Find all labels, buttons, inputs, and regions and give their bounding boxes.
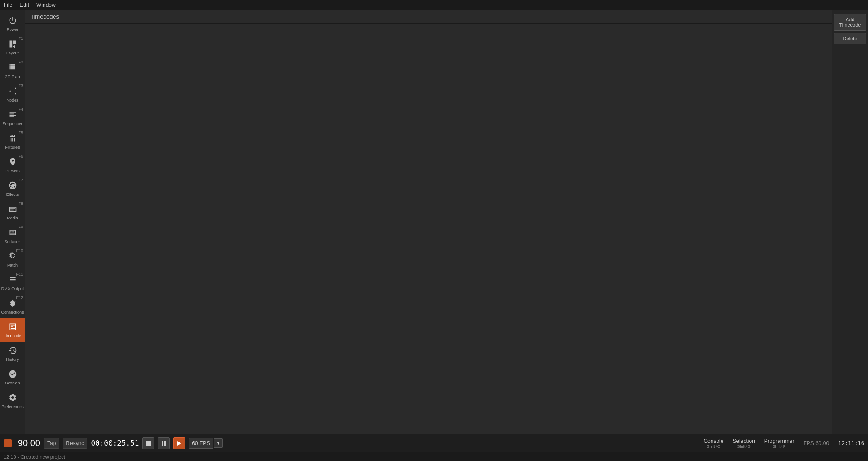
2dplan-icon <box>8 63 17 73</box>
sidebar-item-effects[interactable]: F7 Effects <box>0 177 25 200</box>
sidebar-item-timecode-label: Timecode <box>4 334 21 338</box>
svg-point-1 <box>15 87 16 89</box>
right-panel: Add Timecode Delete <box>832 10 868 434</box>
sequencer-icon <box>8 110 17 121</box>
sidebar-item-media-label: Media <box>7 216 18 220</box>
timecode-icon <box>8 322 17 333</box>
sidebar-item-power-label: Power <box>7 27 19 32</box>
sidebar-item-preferences-label: Preferences <box>1 404 24 409</box>
programmer-shortcut: Shift+P <box>773 444 786 449</box>
svg-point-0 <box>9 90 10 92</box>
fps-dropdown-button[interactable]: ▼ <box>214 438 223 448</box>
sidebar-item-session[interactable]: Session <box>0 365 25 389</box>
media-icon <box>8 204 17 215</box>
play-button[interactable] <box>173 437 185 449</box>
power-icon <box>8 16 17 26</box>
main-area: Power F1 Layout F2 2D Plan F3 Nodes <box>0 10 868 434</box>
sidebar-item-patch[interactable]: F10 Patch <box>0 247 25 271</box>
sidebar-item-patch-label: Patch <box>7 263 18 267</box>
svg-rect-5 <box>164 441 166 446</box>
sidebar-item-nodes[interactable]: F3 Nodes <box>0 82 25 106</box>
content-main <box>25 24 832 434</box>
console-label: Console <box>703 438 723 444</box>
status-text: 12:10 - Created new project <box>4 454 65 460</box>
fps-value[interactable]: 60 FPS <box>189 438 213 449</box>
sidebar-shortcut-presets: F6 <box>18 154 23 159</box>
transport-indicator <box>4 439 12 447</box>
programmer-button[interactable]: Programmer Shift+P <box>764 438 795 449</box>
sidebar-shortcut-effects: F7 <box>18 178 23 182</box>
content-title: Timecodes <box>30 13 59 20</box>
svg-rect-3 <box>146 441 151 446</box>
sidebar-item-layout[interactable]: F1 Layout <box>0 35 25 59</box>
sidebar: Power F1 Layout F2 2D Plan F3 Nodes <box>0 10 25 434</box>
sidebar-item-dmx-label: DMX Output <box>1 286 24 291</box>
programmer-label: Programmer <box>764 438 795 444</box>
sidebar-item-layout-label: Layout <box>6 51 19 55</box>
session-icon <box>8 369 17 380</box>
menu-bar: File Edit Window <box>0 0 868 10</box>
tap-button[interactable]: Tap <box>44 438 59 449</box>
console-shortcut: Shift+C <box>707 444 721 449</box>
bottom-right-controls: Console Shift+C Selection Shift+S Progra… <box>703 438 864 449</box>
sidebar-item-media[interactable]: F8 Media <box>0 200 25 224</box>
bpm-display: 90.00 <box>15 438 40 448</box>
sidebar-item-history-label: History <box>6 357 19 362</box>
sidebar-shortcut-connections: F12 <box>16 296 23 300</box>
selection-label: Selection <box>732 438 755 444</box>
menu-edit[interactable]: Edit <box>20 2 29 8</box>
menu-file[interactable]: File <box>4 2 12 8</box>
transport-bar: 90.00 Tap Resync 00:00:25.51 60 FPS ▼ Co… <box>0 434 868 452</box>
selection-shortcut: Shift+S <box>737 444 750 449</box>
sidebar-item-2dplan[interactable]: F2 2D Plan <box>0 59 25 82</box>
surfaces-icon <box>8 228 17 238</box>
svg-marker-6 <box>177 441 181 446</box>
add-timecode-button[interactable]: Add Timecode <box>834 14 866 31</box>
preferences-icon <box>8 393 17 403</box>
sidebar-item-surfaces[interactable]: F9 Surfaces <box>0 224 25 247</box>
content-area: Timecodes <box>25 10 832 434</box>
sidebar-shortcut-nodes: F3 <box>18 83 23 88</box>
sidebar-item-presets-label: Presets <box>5 169 20 173</box>
history-icon <box>8 346 17 356</box>
sidebar-shortcut-sequencer: F4 <box>18 107 23 112</box>
svg-rect-4 <box>162 441 163 446</box>
sidebar-item-connections[interactable]: F12 Connections <box>0 295 25 318</box>
sidebar-item-history[interactable]: History <box>0 342 25 365</box>
fixtures-icon <box>8 134 17 144</box>
sidebar-item-nodes-label: Nodes <box>6 98 18 102</box>
pause-button[interactable] <box>158 437 170 449</box>
nodes-icon <box>8 87 17 97</box>
sidebar-shortcut-fixtures: F5 <box>18 131 23 135</box>
sidebar-item-power[interactable]: Power <box>0 12 25 35</box>
resync-button[interactable]: Resync <box>63 438 87 449</box>
sidebar-item-sequencer[interactable]: F4 Sequencer <box>0 106 25 130</box>
sidebar-shortcut-patch: F10 <box>16 248 23 253</box>
sidebar-item-preferences[interactable]: Preferences <box>0 389 25 412</box>
sidebar-item-session-label: Session <box>5 381 20 385</box>
menu-window[interactable]: Window <box>36 2 56 8</box>
sidebar-item-fixtures[interactable]: F5 Fixtures <box>0 130 25 153</box>
stop-button[interactable] <box>142 437 154 449</box>
sidebar-item-sequencer-label: Sequencer <box>3 121 23 126</box>
status-bar: 12:10 - Created new project <box>0 452 868 461</box>
sidebar-item-dmx-output[interactable]: F11 DMX Output <box>0 271 25 295</box>
sidebar-item-connections-label: Connections <box>1 310 24 315</box>
fps-selector: 60 FPS ▼ <box>189 438 223 449</box>
sidebar-shortcut-surfaces: F9 <box>18 225 23 229</box>
layout-icon <box>8 39 17 50</box>
clock-display: 12:11:16 <box>838 440 864 446</box>
delete-button[interactable]: Delete <box>834 33 866 44</box>
fps-status: FPS 60.00 <box>804 440 829 446</box>
sidebar-item-timecode[interactable]: Timecode <box>0 318 25 342</box>
sidebar-item-fixtures-label: Fixtures <box>5 145 20 150</box>
sidebar-item-surfaces-label: Surfaces <box>5 239 21 244</box>
presets-icon <box>8 157 17 168</box>
sidebar-item-presets[interactable]: F6 Presets <box>0 153 25 177</box>
sidebar-shortcut-media: F8 <box>18 201 23 206</box>
time-display: 00:00:25.51 <box>91 439 139 447</box>
selection-button[interactable]: Selection Shift+S <box>732 438 755 449</box>
sidebar-item-2dplan-label: 2D Plan <box>5 74 20 79</box>
effects-icon <box>8 181 17 191</box>
console-button[interactable]: Console Shift+C <box>703 438 723 449</box>
